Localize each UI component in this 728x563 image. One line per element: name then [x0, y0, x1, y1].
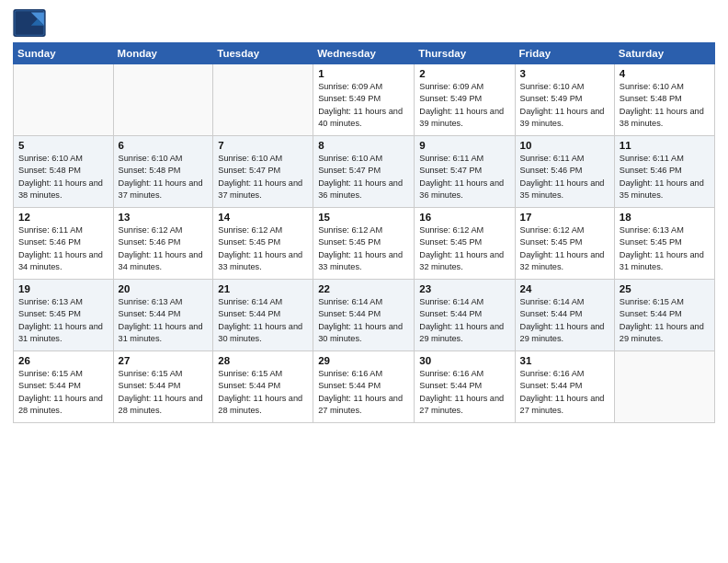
day-number: 10 [520, 140, 609, 151]
day-cell: 23Sunrise: 6:14 AMSunset: 5:44 PMDayligh… [415, 280, 515, 351]
day-cell: 29Sunrise: 6:16 AMSunset: 5:44 PMDayligh… [313, 351, 415, 423]
day-info: Sunrise: 6:16 AMSunset: 5:44 PMDaylight:… [520, 368, 609, 417]
day-number: 23 [419, 283, 509, 294]
weekday-header-saturday: Saturday [614, 43, 714, 64]
day-number: 3 [520, 68, 609, 79]
day-number: 14 [218, 212, 308, 223]
day-cell: 24Sunrise: 6:14 AMSunset: 5:44 PMDayligh… [515, 280, 614, 351]
day-number: 5 [18, 140, 108, 151]
day-number: 21 [218, 283, 308, 294]
day-cell: 19Sunrise: 6:13 AMSunset: 5:45 PMDayligh… [14, 280, 114, 351]
day-cell: 30Sunrise: 6:16 AMSunset: 5:44 PMDayligh… [415, 351, 515, 423]
day-info: Sunrise: 6:12 AMSunset: 5:45 PMDaylight:… [419, 224, 509, 273]
day-cell: 31Sunrise: 6:16 AMSunset: 5:44 PMDayligh… [515, 351, 614, 423]
day-number: 9 [419, 140, 509, 151]
day-info: Sunrise: 6:15 AMSunset: 5:44 PMDaylight:… [18, 368, 108, 417]
day-info: Sunrise: 6:12 AMSunset: 5:45 PMDaylight:… [318, 224, 409, 273]
day-info: Sunrise: 6:12 AMSunset: 5:45 PMDaylight:… [218, 224, 308, 273]
day-info: Sunrise: 6:11 AMSunset: 5:46 PMDaylight:… [520, 153, 609, 201]
weekday-header-row: SundayMondayTuesdayWednesdayThursdayFrid… [14, 43, 715, 64]
day-info: Sunrise: 6:15 AMSunset: 5:44 PMDaylight:… [218, 368, 308, 417]
day-number: 4 [620, 68, 710, 79]
day-info: Sunrise: 6:09 AMSunset: 5:49 PMDaylight:… [419, 81, 509, 130]
day-cell: 5Sunrise: 6:10 AMSunset: 5:48 PMDaylight… [14, 136, 114, 208]
day-cell: 26Sunrise: 6:15 AMSunset: 5:44 PMDayligh… [14, 351, 114, 423]
day-info: Sunrise: 6:12 AMSunset: 5:45 PMDaylight:… [520, 224, 609, 273]
day-cell [113, 64, 213, 136]
day-info: Sunrise: 6:10 AMSunset: 5:48 PMDaylight:… [119, 153, 209, 201]
day-number: 18 [620, 212, 710, 223]
weekday-header-friday: Friday [515, 43, 614, 64]
day-cell: 11Sunrise: 6:11 AMSunset: 5:46 PMDayligh… [614, 136, 714, 208]
day-cell: 12Sunrise: 6:11 AMSunset: 5:46 PMDayligh… [14, 208, 114, 280]
day-cell: 17Sunrise: 6:12 AMSunset: 5:45 PMDayligh… [515, 208, 614, 280]
generalblue-logo-icon [13, 9, 46, 37]
day-cell: 27Sunrise: 6:15 AMSunset: 5:44 PMDayligh… [113, 351, 213, 423]
day-cell: 25Sunrise: 6:15 AMSunset: 5:44 PMDayligh… [614, 280, 714, 351]
day-info: Sunrise: 6:13 AMSunset: 5:45 PMDaylight:… [620, 224, 710, 273]
day-info: Sunrise: 6:16 AMSunset: 5:44 PMDaylight:… [419, 368, 509, 417]
day-cell: 20Sunrise: 6:13 AMSunset: 5:44 PMDayligh… [113, 280, 213, 351]
day-number: 7 [218, 140, 308, 151]
week-row-1: 1Sunrise: 6:09 AMSunset: 5:49 PMDaylight… [14, 64, 715, 136]
day-number: 30 [419, 355, 509, 366]
day-info: Sunrise: 6:15 AMSunset: 5:44 PMDaylight:… [620, 296, 710, 345]
calendar-table: SundayMondayTuesdayWednesdayThursdayFrid… [13, 42, 715, 423]
day-number: 12 [18, 212, 108, 223]
day-cell [14, 64, 114, 136]
week-row-3: 12Sunrise: 6:11 AMSunset: 5:46 PMDayligh… [14, 208, 715, 280]
day-info: Sunrise: 6:11 AMSunset: 5:46 PMDaylight:… [18, 224, 108, 273]
day-info: Sunrise: 6:13 AMSunset: 5:45 PMDaylight:… [18, 296, 108, 345]
day-info: Sunrise: 6:10 AMSunset: 5:49 PMDaylight:… [520, 81, 609, 130]
day-cell: 2Sunrise: 6:09 AMSunset: 5:49 PMDaylight… [415, 64, 515, 136]
day-cell: 18Sunrise: 6:13 AMSunset: 5:45 PMDayligh… [614, 208, 714, 280]
day-cell: 8Sunrise: 6:10 AMSunset: 5:47 PMDaylight… [313, 136, 415, 208]
day-cell: 10Sunrise: 6:11 AMSunset: 5:46 PMDayligh… [515, 136, 614, 208]
day-info: Sunrise: 6:12 AMSunset: 5:46 PMDaylight:… [119, 224, 209, 273]
day-number: 22 [318, 283, 409, 294]
page: SundayMondayTuesdayWednesdayThursdayFrid… [0, 0, 728, 563]
day-number: 16 [419, 212, 509, 223]
day-info: Sunrise: 6:14 AMSunset: 5:44 PMDaylight:… [318, 296, 409, 345]
day-info: Sunrise: 6:16 AMSunset: 5:44 PMDaylight:… [318, 368, 409, 417]
week-row-5: 26Sunrise: 6:15 AMSunset: 5:44 PMDayligh… [14, 351, 715, 423]
day-number: 20 [119, 283, 209, 294]
day-number: 17 [520, 212, 609, 223]
week-row-2: 5Sunrise: 6:10 AMSunset: 5:48 PMDaylight… [14, 136, 715, 208]
week-row-4: 19Sunrise: 6:13 AMSunset: 5:45 PMDayligh… [14, 280, 715, 351]
day-info: Sunrise: 6:10 AMSunset: 5:48 PMDaylight:… [620, 81, 710, 130]
day-info: Sunrise: 6:14 AMSunset: 5:44 PMDaylight:… [218, 296, 308, 345]
day-info: Sunrise: 6:15 AMSunset: 5:44 PMDaylight:… [119, 368, 209, 417]
day-cell: 3Sunrise: 6:10 AMSunset: 5:49 PMDaylight… [515, 64, 614, 136]
day-number: 28 [218, 355, 308, 366]
day-info: Sunrise: 6:13 AMSunset: 5:44 PMDaylight:… [119, 296, 209, 345]
day-cell: 21Sunrise: 6:14 AMSunset: 5:44 PMDayligh… [213, 280, 313, 351]
day-number: 25 [620, 283, 710, 294]
day-number: 15 [318, 212, 409, 223]
day-number: 24 [520, 283, 609, 294]
weekday-header-monday: Monday [113, 43, 213, 64]
day-info: Sunrise: 6:10 AMSunset: 5:47 PMDaylight:… [318, 153, 409, 201]
day-number: 11 [620, 140, 710, 151]
header [13, 9, 715, 37]
day-info: Sunrise: 6:10 AMSunset: 5:48 PMDaylight:… [18, 153, 108, 201]
day-number: 8 [318, 140, 409, 151]
day-number: 2 [419, 68, 509, 79]
weekday-header-sunday: Sunday [14, 43, 114, 64]
day-info: Sunrise: 6:11 AMSunset: 5:47 PMDaylight:… [419, 153, 509, 201]
day-info: Sunrise: 6:11 AMSunset: 5:46 PMDaylight:… [620, 153, 710, 201]
day-cell [614, 351, 714, 423]
day-cell: 4Sunrise: 6:10 AMSunset: 5:48 PMDaylight… [614, 64, 714, 136]
weekday-header-thursday: Thursday [415, 43, 515, 64]
day-cell: 7Sunrise: 6:10 AMSunset: 5:47 PMDaylight… [213, 136, 313, 208]
day-cell: 6Sunrise: 6:10 AMSunset: 5:48 PMDaylight… [113, 136, 213, 208]
day-cell: 14Sunrise: 6:12 AMSunset: 5:45 PMDayligh… [213, 208, 313, 280]
day-cell: 9Sunrise: 6:11 AMSunset: 5:47 PMDaylight… [415, 136, 515, 208]
day-cell: 13Sunrise: 6:12 AMSunset: 5:46 PMDayligh… [113, 208, 213, 280]
day-number: 19 [18, 283, 108, 294]
day-info: Sunrise: 6:14 AMSunset: 5:44 PMDaylight:… [520, 296, 609, 345]
day-cell: 28Sunrise: 6:15 AMSunset: 5:44 PMDayligh… [213, 351, 313, 423]
weekday-header-wednesday: Wednesday [313, 43, 415, 64]
day-number: 1 [318, 68, 409, 79]
day-number: 6 [119, 140, 209, 151]
